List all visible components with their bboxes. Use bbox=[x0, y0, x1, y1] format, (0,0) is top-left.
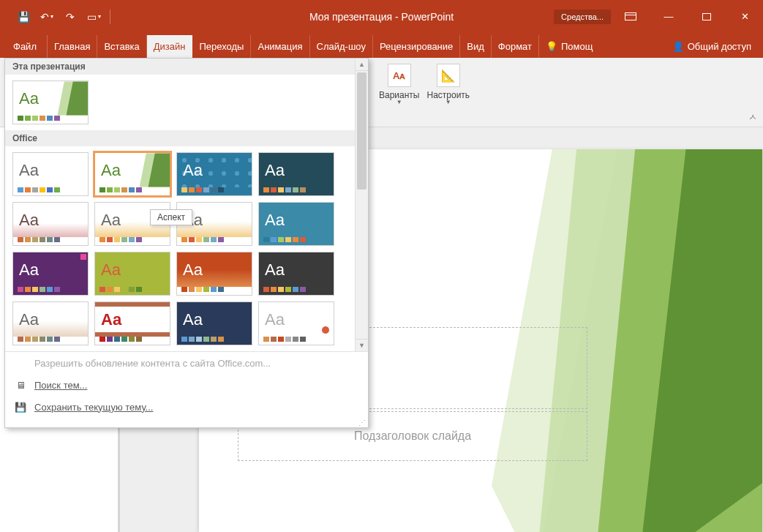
section-this-presentation: Эта презентация bbox=[5, 59, 368, 75]
theme-thumbnail[interactable]: Aa bbox=[258, 202, 334, 246]
scroll-up-icon[interactable]: ▲ bbox=[356, 59, 368, 71]
window-title: Моя презентация - PowerPoint bbox=[309, 11, 454, 23]
theme-thumbnail[interactable]: Aa bbox=[176, 252, 252, 296]
title-bar: 💾 ↶▾ ↷ ▭▾ Моя презентация - PowerPoint С… bbox=[0, 0, 763, 33]
theme-thumbnail[interactable]: Aa bbox=[94, 152, 170, 196]
customize-button[interactable]: 📐 Настроить ▼ bbox=[424, 62, 473, 127]
theme-thumbnail[interactable]: Aa bbox=[94, 252, 170, 296]
bulb-icon: 💡 bbox=[546, 41, 557, 52]
theme-thumbnail[interactable]: Aa bbox=[176, 301, 252, 345]
maximize-button[interactable] bbox=[688, 2, 725, 31]
theme-thumbnail[interactable]: Aa bbox=[94, 301, 170, 345]
minimize-button[interactable]: — bbox=[650, 2, 687, 31]
scroll-down-icon[interactable]: ▼ bbox=[356, 339, 368, 351]
search-themes-icon: 🖥 bbox=[14, 379, 27, 391]
enable-content-updates-link[interactable]: Разрешить обновление контента с сайта Of… bbox=[5, 352, 368, 374]
tab-home[interactable]: Главная bbox=[48, 35, 97, 58]
close-button[interactable]: ✕ bbox=[726, 2, 763, 31]
tab-review[interactable]: Рецензирование bbox=[373, 35, 460, 58]
tab-format[interactable]: Формат bbox=[492, 35, 539, 58]
theme-thumbnail[interactable]: Aa bbox=[258, 252, 334, 296]
tab-animation[interactable]: Анимация bbox=[251, 35, 309, 58]
theme-thumbnail[interactable]: Aa bbox=[12, 80, 89, 124]
theme-tooltip: Аспект bbox=[150, 209, 192, 225]
themes-gallery-dropdown: ▲ ▼ Эта презентация Aa Office AaAaAaAa A… bbox=[4, 58, 369, 428]
collapse-ribbon-icon[interactable]: ㅅ bbox=[748, 111, 757, 124]
share-icon: 👤 bbox=[672, 41, 684, 52]
start-slideshow-icon[interactable]: ▭▾ bbox=[83, 7, 104, 27]
ribbon-tabs: Файл Главная Вставка Дизайн Переходы Ани… bbox=[0, 33, 763, 58]
section-office: Office bbox=[5, 130, 368, 146]
save-current-theme-link[interactable]: 💾 Сохранить текущую тему... bbox=[5, 396, 368, 418]
redo-icon[interactable]: ↷ bbox=[60, 7, 80, 27]
tab-design[interactable]: Дизайн bbox=[147, 35, 193, 58]
theme-thumbnail[interactable]: Aa bbox=[12, 252, 89, 296]
tab-slideshow[interactable]: Слайд-шоу bbox=[310, 35, 373, 58]
quick-access-toolbar: 💾 ↶▾ ↷ ▭▾ bbox=[0, 7, 113, 27]
chevron-down-icon: ▼ bbox=[446, 99, 451, 105]
ribbon-options-icon[interactable] bbox=[612, 2, 649, 31]
gallery-scrollbar[interactable]: ▲ ▼ bbox=[355, 59, 368, 351]
tab-insert[interactable]: Вставка bbox=[97, 35, 146, 58]
theme-thumbnail[interactable]: Aa bbox=[12, 202, 89, 246]
save-icon[interactable]: 💾 bbox=[13, 7, 34, 27]
share-button[interactable]: 👤Общий доступ bbox=[666, 35, 763, 58]
theme-thumbnail[interactable]: Aa bbox=[258, 301, 334, 345]
tab-view[interactable]: Вид bbox=[460, 35, 492, 58]
save-theme-icon: 💾 bbox=[14, 401, 27, 413]
variants-button[interactable]: Aᴀ Варианты ▼ bbox=[376, 62, 422, 127]
tab-transitions[interactable]: Переходы bbox=[192, 35, 251, 58]
undo-icon[interactable]: ↶▾ bbox=[37, 7, 57, 27]
customize-icon: 📐 bbox=[437, 64, 460, 87]
theme-thumbnail[interactable]: Aa bbox=[12, 301, 89, 345]
contextual-tools-label[interactable]: Средства... bbox=[554, 10, 611, 24]
tell-me-help[interactable]: 💡Помощ bbox=[539, 35, 599, 58]
theme-thumbnail[interactable]: Aa bbox=[176, 152, 252, 196]
theme-thumbnail[interactable]: Aa bbox=[258, 152, 334, 196]
variants-icon: Aᴀ bbox=[388, 64, 411, 87]
chevron-down-icon: ▼ bbox=[396, 99, 402, 105]
resize-grip-icon[interactable]: ⋰ bbox=[5, 418, 368, 427]
tab-file[interactable]: Файл bbox=[0, 35, 48, 58]
gallery-footer: Разрешить обновление контента с сайта Of… bbox=[5, 351, 368, 427]
theme-thumbnail[interactable]: Aa bbox=[12, 152, 89, 196]
qat-separator bbox=[110, 10, 110, 24]
search-themes-link[interactable]: 🖥 Поиск тем... bbox=[5, 374, 368, 396]
